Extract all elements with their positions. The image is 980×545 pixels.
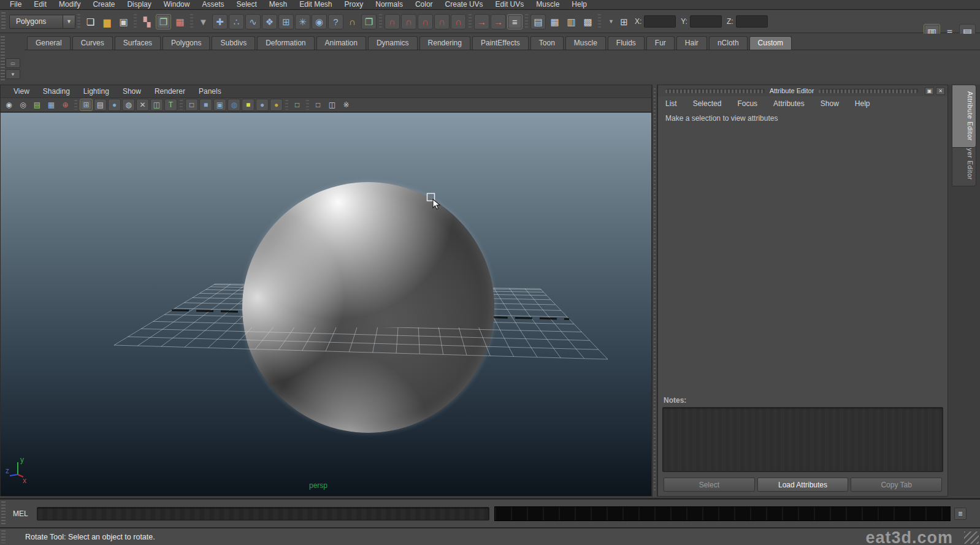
viewport-menu-item[interactable]: Shading [36,87,77,96]
drag-handle[interactable] [1,36,5,80]
chevron-down-icon[interactable]: ▼ [63,15,75,28]
use-all-lights-icon[interactable]: ■ [242,99,255,111]
attribute-editor-menu-item[interactable]: Focus [737,99,757,108]
shelf-tab[interactable]: nCloth [709,36,748,50]
mask-misc-icon[interactable]: ? [328,14,343,29]
input-connections-icon[interactable]: → [474,14,489,29]
shelf-tab[interactable]: Deformation [257,36,314,50]
save-scene-icon[interactable]: ▣ [116,14,131,29]
shade-wireframe-icon[interactable]: ▣ [213,99,226,111]
command-line-output[interactable] [494,506,951,521]
menu-item[interactable]: File [4,0,28,9]
shelf-tab[interactable]: Surfaces [115,36,161,50]
shelf-tab[interactable]: Rendering [419,36,470,50]
menu-item[interactable]: Proxy [339,0,370,9]
mask-rendering-icon[interactable]: ◉ [312,14,327,29]
menu-item[interactable]: Edit [28,0,53,9]
select-camera-icon[interactable]: ◉ [2,99,15,111]
shelf-tab[interactable]: Fur [646,36,675,50]
menu-item[interactable]: Edit UVs [489,0,530,9]
coord-input[interactable] [736,15,768,28]
drag-handle[interactable] [1,12,6,31]
shelf-tab[interactable]: Fluids [608,36,645,50]
mask-joints-icon[interactable]: ∴ [229,14,244,29]
snap-grid-icon[interactable]: ∩ [385,14,400,29]
attribute-editor-menu-item[interactable]: Selected [693,99,722,108]
ipr-render-icon[interactable]: ▥ [564,14,579,29]
snap-viewplane-icon[interactable]: ∩ [434,14,450,29]
shelf-tab[interactable]: Custom [749,36,792,50]
quick-layout-icon[interactable]: ⊞ [616,14,632,29]
attribute-editor-button[interactable]: Copy Tab [851,478,942,492]
chevron-down-icon[interactable]: ▼ [608,18,614,25]
shelf-tab[interactable]: Animation [316,36,366,50]
menu-item[interactable]: Edit Mesh [293,0,338,9]
open-scene-icon[interactable]: ▆ [99,14,115,29]
camera-attributes-icon[interactable]: ◎ [17,99,29,111]
menu-item[interactable]: Normals [369,0,409,9]
panel-splitter[interactable] [652,85,657,497]
viewport-menu-item[interactable]: Panels [192,87,228,96]
mask-curves-icon[interactable]: ∿ [245,14,261,29]
shelf-tab[interactable]: Dynamics [368,36,418,50]
shelf-tab[interactable]: Polygons [163,36,210,50]
resolution-gate-icon[interactable]: ● [108,99,121,111]
snap-point-icon[interactable]: ∩ [418,14,433,29]
image-plane-icon[interactable]: ▦ [45,99,58,111]
menu-item[interactable]: Modify [53,0,86,9]
attribute-editor-button[interactable]: Select [664,478,755,492]
xray-icon[interactable]: □ [312,99,324,111]
wireframe-on-shaded-icon[interactable]: ◫ [326,99,339,111]
attribute-editor-title-bar[interactable]: Attribute Editor ▣✕ [658,85,947,96]
command-line-input[interactable] [37,507,489,520]
menu-item[interactable]: Color [409,0,439,9]
attribute-editor-menu-item[interactable]: Help [855,99,870,108]
select-component-icon[interactable]: ▦ [172,14,188,29]
menu-item[interactable]: Mesh [263,0,293,9]
coord-input[interactable] [690,15,722,28]
viewport-menu-item[interactable]: Renderer [148,87,192,96]
construction-history-icon[interactable]: ≡ [507,14,523,29]
viewport-menu-item[interactable]: View [7,87,36,96]
textured-icon[interactable]: ◍ [228,99,240,111]
smooth-shade-icon[interactable]: ■ [199,99,212,111]
shelf-tab[interactable]: General [27,36,71,50]
highlight-selection-icon[interactable]: ❐ [361,14,377,29]
select-hierarchy-icon[interactable]: ▚ [139,14,155,29]
multi-pane-icon[interactable]: ※ [340,99,353,111]
viewport-menu-item[interactable]: Lighting [77,87,116,96]
mask-dynamics-icon[interactable]: ✳ [295,14,310,29]
attribute-editor-menu-item[interactable]: List [665,99,677,108]
shelf-tab[interactable]: Subdivs [212,36,255,50]
mask-handles-icon[interactable]: ✚ [212,14,228,29]
film-gate-icon[interactable]: ▤ [94,99,107,111]
shelf-tab[interactable]: Muscle [565,36,606,50]
attribute-editor-menu-item[interactable]: Show [821,99,839,108]
new-scene-icon[interactable]: ❏ [83,14,98,29]
viewport-menu-item[interactable]: Show [116,87,148,96]
attribute-editor-button[interactable]: Load Attributes [757,478,849,492]
grid-toggle-icon[interactable]: ⊞ [80,99,93,111]
close-window-icon[interactable]: ✕ [936,87,945,95]
pan-zoom-icon[interactable]: ⊕ [59,99,72,111]
menu-item[interactable]: Muscle [530,0,565,9]
float-window-icon[interactable]: ▣ [925,87,934,95]
menu-item[interactable]: Assets [196,0,230,9]
menu-item[interactable]: Create [86,0,121,9]
coord-input[interactable] [644,15,676,28]
shelf-tab[interactable]: Toon [530,36,564,50]
safe-action-icon[interactable]: ◫ [150,99,163,111]
gate-mask-icon[interactable]: ◍ [122,99,135,111]
render-view-icon[interactable]: ▤ [530,14,546,29]
output-connections-icon[interactable]: → [491,14,506,29]
wireframe-icon[interactable]: □ [185,99,198,111]
mask-expand-icon[interactable]: ▼ [196,14,211,29]
notes-textarea[interactable] [662,407,943,472]
menu-set-selector[interactable]: Polygons ▼ [9,15,75,29]
menu-item[interactable]: Display [121,0,157,9]
bookmarks-icon[interactable]: ▤ [31,99,44,111]
isolate-select-icon[interactable]: □ [291,99,304,111]
shelf-tab[interactable]: Curves [72,36,113,50]
script-editor-icon[interactable]: ≡ [954,508,967,520]
shelf-tab[interactable]: PaintEffects [472,36,529,50]
